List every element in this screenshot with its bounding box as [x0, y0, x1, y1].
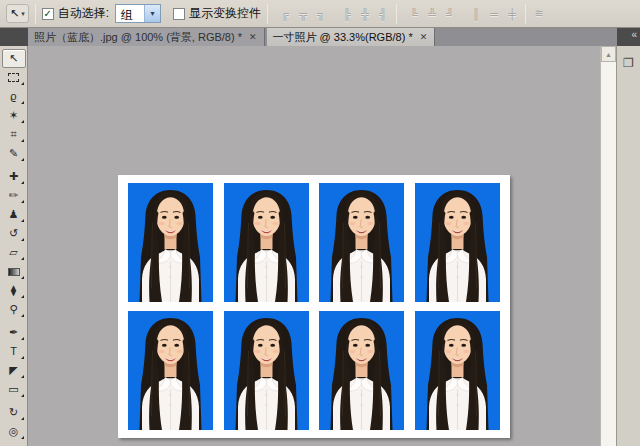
align-top-icon[interactable]: ╔: [278, 8, 292, 20]
panel-dock: ❐: [616, 46, 640, 446]
canvas-area[interactable]: [28, 46, 600, 446]
panel-icon[interactable]: ❐: [620, 54, 638, 72]
chevron-down-icon[interactable]: ▾: [144, 5, 160, 22]
collapse-dock-icon[interactable]: «: [631, 28, 640, 46]
blur-drop-icon: ⧫: [11, 285, 16, 296]
type-tool[interactable]: T: [2, 342, 26, 361]
vertical-scrollbar[interactable]: ▲: [600, 46, 616, 446]
3d-orbit-icon: ◎: [9, 426, 19, 437]
docked-panel-icon: ❐: [623, 56, 634, 70]
show-transform-checkbox[interactable]: [173, 8, 185, 20]
3d-rotate-tool[interactable]: ↻: [2, 403, 26, 422]
distribute-top-icon[interactable]: ╚: [407, 8, 421, 20]
distribute-left-icon[interactable]: ║: [469, 8, 483, 20]
blur-tool[interactable]: ⧫: [2, 281, 26, 300]
auto-select-label: 自动选择:: [58, 5, 109, 22]
id-photo[interactable]: [224, 183, 309, 302]
eyedropper-tool[interactable]: ✎: [2, 144, 26, 163]
auto-select-target-dropdown[interactable]: 组 ▾: [115, 4, 161, 23]
distribute-right-icon[interactable]: ╪: [505, 8, 519, 20]
close-icon[interactable]: ✕: [248, 32, 258, 42]
toolbox: ↖ ϱ ✶ ⌗ ✎ ✚ ✏ ♟ ↺ ▱ ⧫ ⚲ ✒ T ◤ ▭ ↻ ◎: [0, 46, 28, 446]
pen-icon: ✒: [9, 327, 18, 338]
clone-stamp-icon: ♟: [9, 209, 19, 220]
up-arrow-icon: ▲: [605, 51, 612, 58]
tab-document-photo-blue[interactable]: 照片（蓝底）.jpg @ 100% (背景, RGB/8) * ✕: [28, 28, 265, 46]
pen-tool[interactable]: ✒: [2, 323, 26, 342]
show-transform-label: 显示变换控件: [189, 5, 261, 22]
move-tool-icon: ↖: [9, 53, 18, 64]
auto-align-layers-icon[interactable]: ≋: [532, 7, 546, 20]
brush-icon: ✏: [9, 190, 18, 201]
spot-healing-brush-tool[interactable]: ✚: [2, 167, 26, 186]
chevron-down-icon: ▾: [21, 10, 25, 18]
eyedropper-icon: ✎: [9, 148, 18, 159]
history-brush-icon: ↺: [9, 228, 18, 239]
3d-orbit-tool[interactable]: ◎: [2, 422, 26, 441]
align-left-icon[interactable]: ╠: [340, 8, 354, 20]
options-bar: ↖ ▾ ✓ 自动选择: 组 ▾ 显示变换控件 ╔ ╦ ╗ ╠ ╬ ╣ ╚ ╩ ╝…: [0, 0, 640, 28]
separator: [267, 4, 268, 24]
tab-title: 照片（蓝底）.jpg @ 100% (背景, RGB/8) *: [34, 30, 242, 45]
separator: [35, 4, 36, 24]
distribute-vcenter-icon[interactable]: ╩: [425, 8, 439, 20]
marquee-icon: [8, 73, 19, 82]
close-icon[interactable]: ✕: [419, 32, 429, 42]
move-tool[interactable]: ↖: [2, 49, 26, 68]
healing-brush-icon: ✚: [9, 171, 18, 182]
path-selection-tool[interactable]: ◤: [2, 361, 26, 380]
auto-select-checkbox[interactable]: ✓: [42, 8, 54, 20]
lasso-tool[interactable]: ϱ: [2, 87, 26, 106]
separator: [396, 4, 397, 24]
separator: [525, 4, 526, 24]
align-hcenter-icon[interactable]: ╬: [358, 8, 372, 20]
gradient-icon: [8, 268, 20, 276]
align-vcenter-icon[interactable]: ╦: [296, 8, 310, 20]
id-photo[interactable]: [415, 311, 500, 430]
align-right-icon[interactable]: ╣: [376, 8, 390, 20]
dropdown-value: 组: [116, 5, 144, 22]
distribute-hcenter-icon[interactable]: ═: [487, 8, 501, 20]
id-photo[interactable]: [319, 183, 404, 302]
quick-selection-tool[interactable]: ✶: [2, 106, 26, 125]
dodge-tool[interactable]: ⚲: [2, 300, 26, 319]
scroll-up-button[interactable]: ▲: [601, 46, 616, 62]
move-tool-icon: ↖: [10, 7, 19, 20]
lasso-icon: ϱ: [10, 91, 16, 102]
tab-title: 一寸照片 @ 33.3%(RGB/8) *: [273, 30, 413, 45]
3d-rotate-icon: ↻: [9, 407, 18, 418]
id-photo[interactable]: [224, 311, 309, 430]
id-photo[interactable]: [319, 311, 404, 430]
id-photo[interactable]: [415, 183, 500, 302]
tabbar-left-spacer: [0, 28, 28, 46]
dodge-icon: ⚲: [9, 304, 17, 315]
document-tab-bar: 照片（蓝底）.jpg @ 100% (背景, RGB/8) * ✕ 一寸照片 @…: [0, 28, 640, 46]
align-bottom-icon[interactable]: ╗: [314, 8, 328, 20]
history-brush-tool[interactable]: ↺: [2, 224, 26, 243]
eraser-icon: ▱: [9, 247, 17, 258]
crop-tool[interactable]: ⌗: [2, 125, 26, 144]
eraser-tool[interactable]: ▱: [2, 243, 26, 262]
id-photo[interactable]: [128, 183, 213, 302]
crop-icon: ⌗: [10, 129, 16, 140]
clone-stamp-tool[interactable]: ♟: [2, 205, 26, 224]
id-photo[interactable]: [128, 311, 213, 430]
current-tool-badge[interactable]: ↖ ▾: [6, 4, 29, 23]
document-canvas[interactable]: [118, 175, 510, 438]
distribute-group: ╚ ╩ ╝ ║ ═ ╪: [407, 8, 519, 20]
align-distribute-group: ╔ ╦ ╗ ╠ ╬ ╣: [278, 8, 390, 20]
tab-document-one-inch-photo[interactable]: 一寸照片 @ 33.3%(RGB/8) * ✕: [267, 28, 436, 46]
rectangle-icon: ▭: [8, 384, 18, 395]
gradient-tool[interactable]: [2, 262, 26, 281]
tabbar-right-spacer: «: [617, 28, 640, 46]
distribute-bottom-icon[interactable]: ╝: [443, 8, 457, 20]
type-icon: T: [10, 346, 17, 357]
brush-tool[interactable]: ✏: [2, 186, 26, 205]
quick-selection-icon: ✶: [9, 110, 18, 121]
rectangular-marquee-tool[interactable]: [2, 68, 26, 87]
rectangle-tool[interactable]: ▭: [2, 380, 26, 399]
path-selection-icon: ◤: [9, 365, 17, 376]
